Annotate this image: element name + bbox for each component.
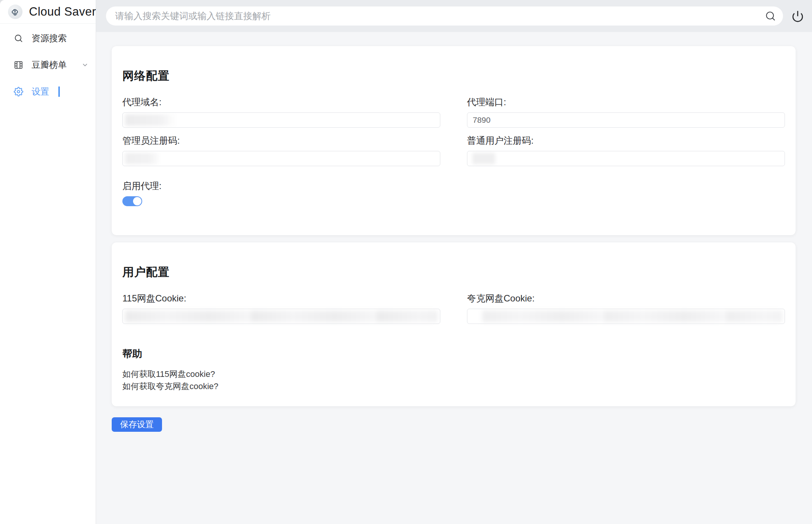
cookie-quark-input[interactable] [467,309,785,324]
network-config-card: 网络配置 代理域名: 代理端口: 管理员注册码: [112,46,796,235]
user-code-label: 普通用户注册码: [467,135,785,146]
cookie-quark-label: 夸克网盘Cookie: [467,293,785,304]
help-links: 如何获取115网盘cookie? 如何获取夸克网盘cookie? [122,368,785,393]
cookie-115-input[interactable] [122,309,440,324]
cookie-115-field: 115网盘Cookie: [122,293,440,324]
proxy-domain-label: 代理域名: [122,96,440,108]
search-input[interactable] [115,11,765,21]
cookie-quark-field: 夸克网盘Cookie: [467,293,785,324]
cookie-115-label: 115网盘Cookie: [122,293,440,304]
cloud-upload-icon [11,7,20,16]
sidebar-item-settings[interactable]: 设置 [0,81,96,102]
sidebar-menu: 资源搜索 豆瓣榜单 [0,24,96,102]
enable-proxy-label: 启用代理: [122,180,785,192]
enable-proxy-toggle[interactable] [122,196,142,206]
save-row: 保存设置 [112,417,796,432]
toggle-knob [133,197,141,205]
user-config-form: 115网盘Cookie: 夸克网盘Cookie: [122,293,785,331]
proxy-port-field: 代理端口: [467,96,785,128]
power-icon [791,10,804,22]
sidebar-item-label: 设置 [32,86,49,98]
text-cursor [58,87,60,97]
network-config-form: 代理域名: 代理端口: 管理员注册码: 普通用户注 [122,96,785,173]
enable-proxy-field: 启用代理: [122,180,785,206]
app-title: Cloud Saver [29,5,96,19]
help-link-quark[interactable]: 如何获取夸克网盘cookie? [122,380,785,393]
sidebar: Cloud Saver 资源搜索 豆瓣榜单 [0,0,96,524]
search-icon [14,34,23,43]
app-logo-row: Cloud Saver [0,0,96,24]
proxy-domain-field: 代理域名: [122,96,440,128]
help-link-115[interactable]: 如何获取115网盘cookie? [122,368,785,380]
search-icon[interactable] [765,10,776,22]
user-code-field: 普通用户注册码: [467,135,785,166]
app-logo [8,5,22,19]
proxy-port-label: 代理端口: [467,96,785,108]
admin-code-label: 管理员注册码: [122,135,440,146]
sidebar-item-douban-list[interactable]: 豆瓣榜单 [0,54,96,75]
network-config-title: 网络配置 [122,68,785,84]
user-config-title: 用户配置 [122,264,785,280]
settings-page: 网络配置 代理域名: 代理端口: 管理员注册码: [96,32,812,524]
user-config-card: 用户配置 115网盘Cookie: 夸克网盘Cookie: 帮助 如何获取115… [112,242,796,406]
film-grid-icon [14,60,23,70]
proxy-port-input[interactable] [467,112,785,128]
sidebar-item-label: 资源搜索 [32,32,67,44]
chevron-down-icon[interactable] [81,61,89,69]
admin-code-input[interactable] [122,151,440,166]
user-code-input[interactable] [467,151,785,166]
save-settings-button[interactable]: 保存设置 [112,417,162,432]
gear-icon [14,87,23,96]
sidebar-item-resource-search[interactable]: 资源搜索 [0,27,96,49]
search-bar[interactable] [106,6,783,26]
help-title: 帮助 [122,347,785,361]
admin-code-field: 管理员注册码: [122,135,440,166]
topbar [96,0,812,32]
proxy-domain-input[interactable] [122,112,440,128]
sidebar-item-label: 豆瓣榜单 [32,59,67,71]
power-button[interactable] [788,7,807,25]
